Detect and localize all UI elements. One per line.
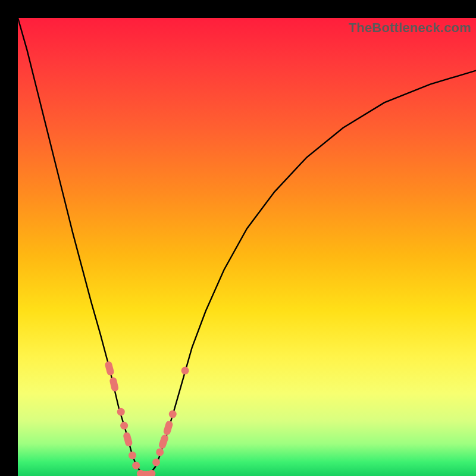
data-marker-pill <box>158 434 169 450</box>
plot-area: TheBottleneck.com <box>18 18 476 476</box>
svg-rect-0 <box>104 361 115 376</box>
data-marker <box>181 367 189 374</box>
curve-right <box>151 71 476 473</box>
data-marker-pill <box>162 420 173 436</box>
data-marker-pill <box>109 377 119 392</box>
curve-group <box>18 18 476 475</box>
data-marker <box>120 422 128 430</box>
data-marker <box>148 470 155 476</box>
svg-rect-1 <box>109 377 119 392</box>
svg-rect-4 <box>162 420 173 436</box>
data-marker <box>132 462 140 469</box>
curve-left <box>18 18 142 473</box>
chart-frame: TheBottleneck.com <box>0 0 476 476</box>
svg-rect-3 <box>158 434 169 450</box>
data-marker <box>152 458 160 466</box>
data-marker-pill <box>123 431 133 447</box>
data-marker <box>156 448 164 456</box>
marker-group <box>104 361 189 476</box>
chart-svg <box>18 18 476 476</box>
data-marker <box>129 452 136 459</box>
data-marker <box>117 408 125 416</box>
data-marker-pill <box>104 361 115 376</box>
data-marker <box>169 411 177 418</box>
svg-rect-2 <box>123 431 133 447</box>
